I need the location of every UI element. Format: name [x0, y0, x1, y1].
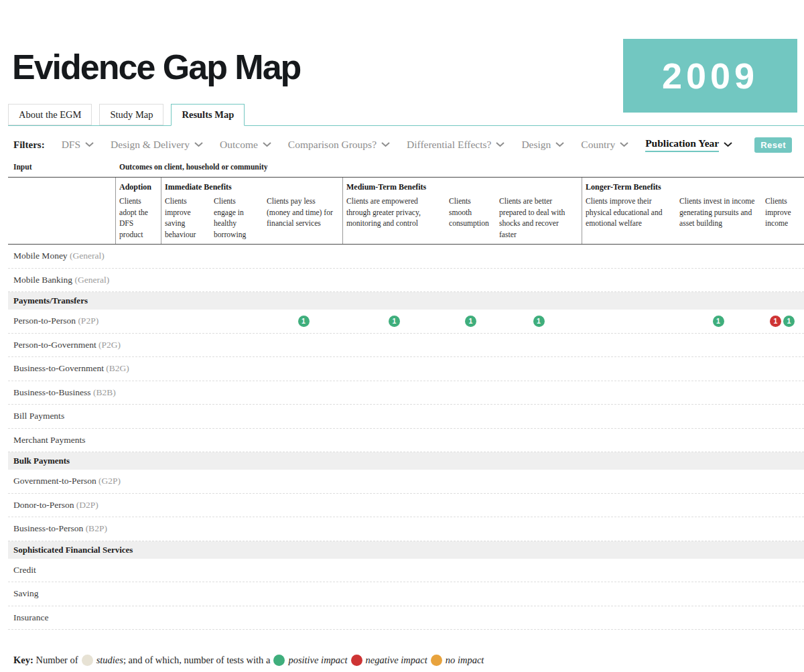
- cell-empowered: [343, 381, 446, 405]
- row-abbr: (D2P): [76, 500, 98, 510]
- cell-borrowing: [211, 494, 264, 517]
- column-header-income: Clients improve income: [762, 196, 804, 230]
- cell-welfare: [582, 310, 675, 333]
- filter-design[interactable]: Design: [521, 139, 564, 151]
- studies-dot-icon: [82, 655, 93, 666]
- cell-empowered: [343, 405, 446, 428]
- cell-invest: [675, 606, 761, 630]
- column-header-block: AdoptionClients adopt the DFS productImm…: [8, 177, 804, 245]
- cell-welfare: [582, 245, 675, 268]
- column-group-longer-term-benefits: Longer-Term BenefitsClients improve thei…: [582, 178, 804, 244]
- row-abbr: (B2P): [86, 523, 107, 533]
- cell-payless: [264, 559, 343, 582]
- filter-country[interactable]: Country: [581, 139, 628, 151]
- column-header-adopt: Clients adopt the DFS product: [116, 196, 161, 241]
- cell-welfare: [582, 334, 675, 357]
- reset-button[interactable]: Reset: [754, 137, 792, 153]
- cell-smooth: [446, 245, 496, 268]
- column-header-prepared: Clients are better prepared to deal with…: [496, 196, 582, 241]
- filter-differential-effects[interactable]: Differential Effects?: [407, 139, 505, 151]
- cell-payless: [264, 245, 343, 268]
- row-label: Business-to-Person (B2P): [8, 523, 117, 534]
- header-spacer: [8, 178, 115, 244]
- cell-payless: [264, 494, 343, 517]
- table-row-mobile-money: Mobile Money (General): [8, 245, 804, 269]
- cell-adopt: [117, 429, 162, 452]
- cell-saving: [162, 494, 211, 517]
- cell-payless: [264, 405, 343, 428]
- cell-prepared: [496, 494, 582, 517]
- cell-adopt: [117, 606, 162, 630]
- cell-welfare: [582, 582, 675, 606]
- filter-label: Outcome: [220, 139, 258, 151]
- cell-smooth: [446, 269, 496, 292]
- tab-about-the-egm[interactable]: About the EGM: [8, 104, 92, 125]
- cell-saving: [162, 606, 211, 630]
- column-group-title: Medium-Term Benefits: [343, 182, 582, 196]
- count-badge-positive[interactable]: 1: [465, 316, 476, 327]
- filter-label: Comparison Groups?: [288, 139, 377, 151]
- cell-smooth: [446, 429, 496, 452]
- chevron-down-icon: [555, 142, 564, 147]
- cell-prepared: 1: [496, 310, 582, 333]
- cell-income: [761, 405, 803, 428]
- cell-invest: [675, 405, 761, 428]
- cell-income: [761, 582, 803, 606]
- cell-empowered: [343, 494, 446, 517]
- count-badge-positive[interactable]: 1: [298, 316, 310, 327]
- outcomes-header: Outcomes on client, household or communi…: [117, 163, 268, 171]
- cell-adopt: [117, 559, 162, 582]
- cell-borrowing: [211, 381, 264, 405]
- cell-payless: [264, 429, 343, 452]
- chevron-down-icon: [620, 142, 628, 147]
- count-badge-positive[interactable]: 1: [713, 316, 724, 327]
- filter-label: DFS: [62, 139, 80, 151]
- filter-outcome[interactable]: Outcome: [220, 139, 271, 151]
- cell-welfare: [582, 429, 675, 452]
- column-header-smooth: Clients smooth consumption: [446, 196, 496, 241]
- tab-results-map[interactable]: Results Map: [171, 104, 245, 126]
- cell-invest: [675, 429, 761, 452]
- cell-prepared: [496, 517, 582, 541]
- cell-smooth: [446, 405, 496, 428]
- cell-borrowing: [211, 582, 264, 606]
- table-row-insurance: Insurance: [8, 606, 804, 630]
- cell-prepared: [496, 269, 582, 292]
- table-row-person-to-government: Person-to-Government (P2G): [8, 334, 804, 358]
- filter-publication-year[interactable]: Publication Year: [645, 137, 732, 152]
- cell-income: [761, 334, 803, 357]
- cell-empowered: [343, 470, 446, 493]
- row-label: Saving: [8, 588, 117, 599]
- cell-borrowing: [211, 517, 264, 541]
- column-header-payless: Clients pay less (money and time) for fi…: [263, 196, 342, 241]
- filter-dfs[interactable]: DFS: [62, 139, 94, 151]
- filter-design-delivery[interactable]: Design & Delivery: [111, 139, 203, 151]
- cell-smooth: [446, 517, 496, 541]
- cell-payless: [264, 606, 343, 630]
- row-label: Mobile Banking (General): [8, 275, 117, 285]
- cell-prepared: [496, 429, 582, 452]
- cell-empowered: [343, 606, 446, 630]
- column-group-immediate-benefits: Immediate BenefitsClients improve saving…: [161, 178, 342, 244]
- cell-smooth: [446, 357, 496, 381]
- count-badge-positive[interactable]: 1: [389, 316, 400, 327]
- cell-income: [761, 429, 803, 452]
- cell-borrowing: [211, 470, 264, 493]
- cell-invest: 1: [675, 310, 761, 333]
- cell-borrowing: [211, 429, 264, 452]
- cell-adopt: [117, 334, 162, 357]
- filter-comparison-groups[interactable]: Comparison Groups?: [288, 139, 390, 151]
- cell-payless: [264, 470, 343, 493]
- cell-empowered: [343, 357, 446, 381]
- count-badge-negative[interactable]: 1: [770, 316, 781, 327]
- filter-label: Design: [521, 139, 551, 151]
- cell-welfare: [582, 559, 675, 582]
- count-badge-positive[interactable]: 1: [533, 316, 545, 327]
- row-label: Mobile Money (General): [8, 251, 117, 261]
- cell-prepared: [496, 405, 582, 428]
- cell-empowered: [343, 429, 446, 452]
- key-text: ; and of which, number of tests with a: [123, 655, 270, 665]
- count-badge-positive[interactable]: 1: [783, 316, 795, 327]
- tab-study-map[interactable]: Study Map: [99, 104, 163, 125]
- table-row-merchant-payments: Merchant Payments: [8, 429, 804, 453]
